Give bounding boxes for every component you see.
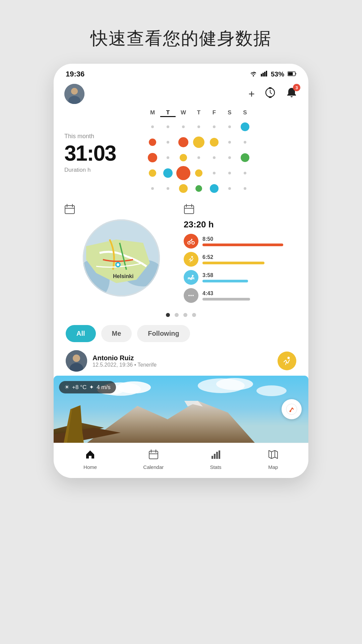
- nav-home[interactable]: Home: [83, 449, 97, 470]
- svg-text:Helsinki: Helsinki: [113, 273, 133, 279]
- svg-rect-0: [261, 74, 262, 76]
- running-bar: [202, 262, 264, 264]
- wind-icon: ✦: [89, 384, 94, 391]
- signal-icon: [261, 70, 267, 78]
- svg-point-34: [191, 239, 192, 240]
- swimming-time: 3:58: [202, 272, 298, 278]
- svg-rect-2: [264, 72, 265, 76]
- route-button[interactable]: [282, 399, 302, 419]
- app-header: + 3: [54, 81, 308, 109]
- svg-point-41: [73, 355, 80, 362]
- cycling-bar: [202, 244, 283, 246]
- svg-rect-59: [149, 451, 158, 459]
- swimming-icon: [184, 270, 198, 285]
- map-label: Map: [268, 464, 278, 470]
- notification-badge: 3: [293, 84, 300, 91]
- feed-user-meta: 12.5.2022, 19:36 • Tenerife: [93, 362, 157, 368]
- svg-rect-13: [269, 87, 272, 89]
- period-label: This month: [64, 133, 138, 140]
- svg-point-37: [188, 295, 190, 296]
- svg-rect-1: [262, 73, 264, 76]
- svg-rect-3: [266, 71, 267, 76]
- activity-bars-card: 23:20 h 8:50: [184, 204, 298, 306]
- home-label: Home: [83, 464, 97, 470]
- page-title: 快速查看您的健身数据: [90, 27, 272, 50]
- day-T: T: [160, 109, 176, 117]
- activity-row: Helsinki 23:20 h 8: [64, 204, 298, 306]
- feed-user-name: Antonio Ruiz: [93, 354, 157, 362]
- feed-activity-icon: [278, 352, 296, 370]
- user-avatar[interactable]: [64, 84, 84, 104]
- map-calendar-icon: [64, 204, 75, 217]
- svg-rect-64: [214, 454, 216, 459]
- nav-map[interactable]: Map: [268, 449, 279, 470]
- calendar-headers: M T W T F S S: [145, 109, 298, 117]
- activity-image[interactable]: ☀ +8 °C ✦ 4 m/s: [54, 376, 308, 443]
- wifi-icon: [249, 70, 257, 78]
- svg-rect-66: [219, 450, 220, 459]
- add-button[interactable]: +: [248, 88, 255, 100]
- activity-running: 6:52: [184, 252, 298, 267]
- svg-rect-65: [216, 452, 218, 459]
- page-dot-4[interactable]: [192, 313, 196, 317]
- svg-point-39: [192, 295, 194, 296]
- cal-row-3: [145, 151, 298, 165]
- page-dot-2[interactable]: [175, 313, 179, 317]
- activity-swimming: 3:58: [184, 270, 298, 285]
- filter-following[interactable]: Following: [137, 325, 190, 342]
- svg-rect-28: [184, 206, 194, 214]
- svg-line-12: [270, 93, 272, 94]
- page-dot-3[interactable]: [183, 313, 187, 317]
- day-S: S: [222, 109, 237, 117]
- other-bar: [202, 298, 250, 301]
- svg-point-58: [290, 411, 291, 412]
- svg-point-25: [117, 263, 119, 266]
- svg-point-35: [191, 256, 193, 258]
- nav-stats[interactable]: Stats: [210, 449, 221, 470]
- cal-row-2: [145, 135, 298, 149]
- battery-icon: [288, 70, 296, 78]
- feed-avatar[interactable]: [66, 350, 87, 372]
- phone-frame: 19:36 53% +: [54, 64, 308, 478]
- wind-speed: 4 m/s: [97, 384, 111, 391]
- stats-label: Stats: [210, 464, 221, 470]
- status-bar: 19:36 53%: [54, 64, 308, 81]
- pagination: [64, 313, 298, 317]
- filter-me[interactable]: Me: [101, 325, 132, 342]
- svg-rect-63: [212, 456, 213, 459]
- other-icon: [184, 288, 198, 303]
- stats-calendar-icon: [184, 204, 298, 217]
- svg-point-43: [288, 357, 290, 359]
- cal-row-5: [145, 181, 298, 196]
- svg-point-49: [216, 378, 253, 390]
- map-card[interactable]: Helsinki: [64, 204, 178, 306]
- total-activity-time: 23:20 h: [184, 219, 298, 230]
- bottom-nav: Home Calendar Stats Map: [54, 443, 308, 478]
- running-time: 6:52: [202, 254, 298, 260]
- swimming-bar: [202, 280, 248, 282]
- main-content: This month 31:03 Duration h M T W T F S …: [54, 109, 308, 372]
- page-dot-1[interactable]: [166, 313, 170, 317]
- stats-nav-icon: [210, 449, 221, 462]
- map-display[interactable]: Helsinki: [83, 219, 160, 297]
- filter-all[interactable]: All: [66, 325, 96, 342]
- svg-point-50: [256, 385, 287, 396]
- cal-row-4: [145, 166, 298, 180]
- header-actions: + 3: [248, 87, 298, 101]
- nav-calendar[interactable]: Calendar: [143, 449, 164, 470]
- svg-point-38: [190, 295, 192, 296]
- notifications-button[interactable]: 3: [286, 87, 298, 101]
- feed-item: Antonio Ruiz 12.5.2022, 19:36 • Tenerife: [64, 350, 298, 372]
- watch-icon[interactable]: [264, 87, 276, 101]
- svg-rect-14: [269, 96, 272, 98]
- duration-label: Duration h: [64, 167, 138, 173]
- other-time: 4:43: [202, 290, 298, 297]
- svg-rect-5: [288, 72, 293, 75]
- cycling-icon: [184, 234, 198, 249]
- running-icon: [184, 252, 198, 267]
- day-M: M: [145, 109, 160, 117]
- time-display: 19:36: [66, 70, 84, 78]
- svg-point-9: [71, 88, 78, 95]
- feed-user-info: Antonio Ruiz 12.5.2022, 19:36 • Tenerife: [66, 350, 157, 372]
- calendar-nav-icon: [148, 449, 159, 462]
